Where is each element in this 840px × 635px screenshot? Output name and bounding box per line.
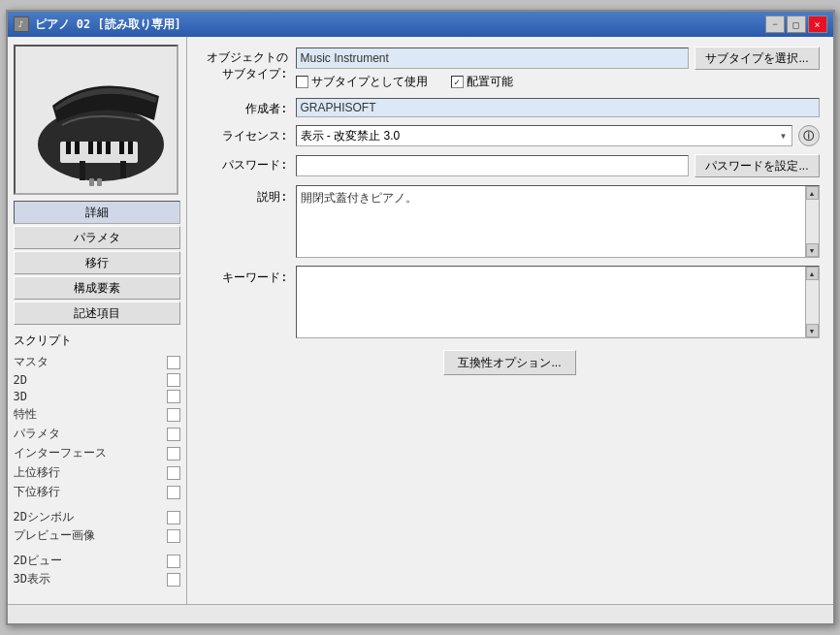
keyword-row: キーワード: ▲ ▼ bbox=[201, 266, 820, 338]
script-row-master: マスタ bbox=[14, 353, 180, 371]
script-interface-checkbox[interactable] bbox=[167, 447, 180, 460]
subtype-select-button[interactable]: サブタイプを選択... bbox=[695, 47, 819, 70]
script-2d-label: 2D bbox=[14, 373, 27, 387]
description-textarea[interactable]: 開閉式蓋付きピアノ。 ▲ ▼ bbox=[296, 185, 820, 258]
nav-notes-btn[interactable]: 記述項目 bbox=[14, 302, 180, 325]
script-2dsymbol-checkbox[interactable] bbox=[167, 511, 180, 524]
password-input[interactable] bbox=[296, 155, 690, 176]
left-panel: 詳細 パラメタ 移行 構成要素 記述項目 スクリプト マスタ 2D 3D bbox=[8, 37, 187, 604]
script-master-checkbox[interactable] bbox=[167, 356, 180, 369]
script-row-downmigrate: 下位移行 bbox=[14, 483, 180, 501]
svg-rect-10 bbox=[120, 161, 126, 178]
script-row-upmigrate: 上位移行 bbox=[14, 463, 180, 482]
svg-rect-6 bbox=[106, 142, 111, 154]
script-row-interface: インターフェース bbox=[14, 444, 180, 462]
script-row-2dview: 2Dビュー bbox=[14, 552, 180, 570]
script-row-2d: 2D bbox=[14, 372, 180, 388]
keyword-scrollbar[interactable]: ▲ ▼ bbox=[805, 267, 819, 337]
keyword-content bbox=[301, 270, 815, 333]
script-downmigrate-checkbox[interactable] bbox=[167, 486, 180, 499]
password-controls: パスワードを設定... bbox=[296, 154, 820, 177]
subtype-checkbox-row: サブタイプとして使用 配置可能 bbox=[296, 74, 820, 90]
script-row-2dsymbol: 2Dシンボル bbox=[14, 508, 180, 526]
placeable-checkbox[interactable] bbox=[451, 76, 464, 88]
keyword-scrollbar-down[interactable]: ▼ bbox=[806, 324, 819, 337]
script-upmigrate-checkbox[interactable] bbox=[167, 466, 180, 480]
script-interface-label: インターフェース bbox=[14, 445, 107, 461]
subtype-input: Music Instrument bbox=[296, 48, 690, 69]
script-downmigrate-label: 下位移行 bbox=[14, 484, 60, 500]
close-button[interactable]: × bbox=[808, 16, 827, 33]
script-3ddisplay-checkbox[interactable] bbox=[167, 573, 180, 587]
script-property-label: 特性 bbox=[14, 406, 37, 423]
script-preview-checkbox[interactable] bbox=[167, 529, 180, 543]
window-title: ピアノ 02 [読み取り専用] bbox=[35, 16, 181, 33]
script-row-property: 特性 bbox=[14, 405, 180, 424]
minimize-button[interactable]: － bbox=[765, 16, 785, 33]
nav-param-btn[interactable]: パラメタ bbox=[14, 226, 180, 249]
scrollbar-down[interactable]: ▼ bbox=[806, 243, 819, 257]
script-row-3d: 3D bbox=[14, 389, 180, 404]
description-row: 説明: 開閉式蓋付きピアノ。 ▲ ▼ bbox=[201, 185, 820, 258]
script-row-param: パラメタ bbox=[14, 425, 180, 443]
script-2dview-checkbox[interactable] bbox=[167, 555, 180, 568]
description-scrollbar[interactable]: ▲ ▼ bbox=[805, 186, 819, 257]
script-param-checkbox[interactable] bbox=[167, 428, 180, 441]
subtype-controls: Music Instrument サブタイプを選択... サブタイプとして使用 … bbox=[296, 47, 820, 90]
license-controls: 表示 - 改変禁止 3.0 ▼ ⓘ bbox=[296, 125, 820, 146]
script-3d-checkbox[interactable] bbox=[167, 390, 180, 403]
license-info-button[interactable]: ⓘ bbox=[798, 125, 820, 146]
scrollbar-up[interactable]: ▲ bbox=[806, 186, 819, 200]
scrollbar-track bbox=[806, 200, 819, 243]
svg-rect-8 bbox=[128, 142, 133, 154]
svg-rect-12 bbox=[97, 178, 102, 186]
script-3d-label: 3D bbox=[14, 390, 27, 403]
script-upmigrate-label: 上位移行 bbox=[14, 464, 60, 481]
license-dropdown[interactable]: 表示 - 改変禁止 3.0 ▼ bbox=[296, 125, 792, 146]
as-subtype-item: サブタイプとして使用 bbox=[296, 74, 428, 90]
nav-buttons: 詳細 パラメタ 移行 構成要素 記述項目 bbox=[14, 201, 180, 325]
svg-rect-4 bbox=[88, 142, 93, 154]
author-controls: GRAPHISOFT bbox=[296, 98, 820, 117]
script-2dsymbol-label: 2Dシンボル bbox=[14, 509, 74, 525]
keyword-textarea[interactable]: ▲ ▼ bbox=[296, 266, 820, 338]
compat-options-button[interactable]: 互換性オプション... bbox=[443, 350, 575, 375]
placeable-label: 配置可能 bbox=[467, 74, 513, 90]
password-label: パスワード: bbox=[201, 154, 288, 174]
license-row: ライセンス: 表示 - 改変禁止 3.0 ▼ ⓘ bbox=[201, 125, 820, 146]
nav-components-btn[interactable]: 構成要素 bbox=[14, 276, 180, 300]
description-controls: 開閉式蓋付きピアノ。 ▲ ▼ bbox=[296, 185, 820, 258]
main-window: ♪ ピアノ 02 [読み取り専用] － □ × bbox=[6, 10, 835, 625]
author-label: 作成者: bbox=[201, 98, 288, 117]
script-section-label: スクリプト bbox=[14, 333, 180, 349]
svg-rect-9 bbox=[80, 161, 85, 180]
password-set-button[interactable]: パスワードを設定... bbox=[695, 154, 819, 177]
svg-rect-2 bbox=[66, 142, 71, 154]
title-buttons: － □ × bbox=[765, 16, 827, 33]
content-area: 詳細 パラメタ 移行 構成要素 記述項目 スクリプト マスタ 2D 3D bbox=[8, 37, 833, 604]
subtype-row: オブジェクトのサブタイプ: Music Instrument サブタイプを選択.… bbox=[201, 47, 820, 90]
nav-detail-btn[interactable]: 詳細 bbox=[14, 201, 180, 224]
svg-rect-5 bbox=[97, 142, 102, 154]
script-master-label: マスタ bbox=[14, 354, 48, 370]
script-3ddisplay-label: 3D表示 bbox=[14, 571, 50, 587]
license-label: ライセンス: bbox=[201, 125, 288, 144]
keyword-scrollbar-track bbox=[806, 280, 819, 324]
script-2d-checkbox[interactable] bbox=[167, 373, 180, 387]
password-row: パスワード: パスワードを設定... bbox=[201, 154, 820, 177]
svg-rect-7 bbox=[119, 142, 124, 154]
author-input: GRAPHISOFT bbox=[296, 98, 820, 117]
bottom-bar bbox=[8, 604, 833, 623]
script-property-checkbox[interactable] bbox=[167, 408, 180, 422]
preview-box bbox=[14, 45, 178, 195]
nav-migrate-btn[interactable]: 移行 bbox=[14, 251, 180, 274]
svg-rect-3 bbox=[75, 142, 80, 154]
keyword-scrollbar-up[interactable]: ▲ bbox=[806, 267, 819, 280]
keyword-label: キーワード: bbox=[201, 266, 288, 286]
script-2dview-label: 2Dビュー bbox=[14, 553, 62, 569]
keyword-controls: ▲ ▼ bbox=[296, 266, 820, 338]
compat-row: 互換性オプション... bbox=[201, 350, 820, 375]
maximize-button[interactable]: □ bbox=[787, 16, 806, 33]
as-subtype-checkbox[interactable] bbox=[296, 76, 308, 88]
window-icon: ♪ bbox=[14, 16, 29, 32]
